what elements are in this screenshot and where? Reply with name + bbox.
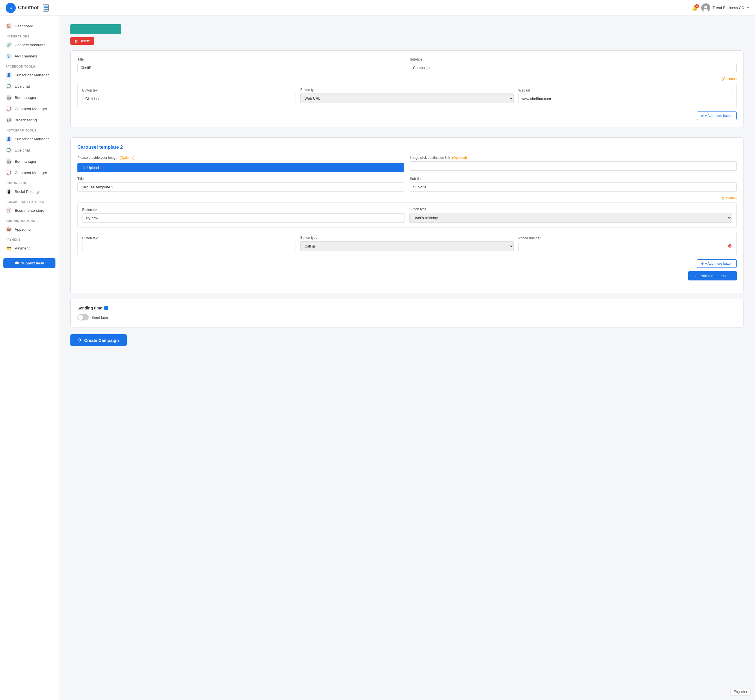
sidebar-label-ig-comment: Comment Manager [15, 170, 47, 175]
ig-comment-icon: 💭 [6, 170, 12, 176]
template2-btn2-text-group: Button text [82, 236, 296, 251]
template2-btn2-type-label: Button type [300, 236, 514, 240]
sidebar-item-api-channels[interactable]: 📡 API channels [0, 50, 59, 62]
template2-phone-input[interactable] [518, 242, 726, 251]
fb-livechat-icon: 💬 [6, 83, 12, 89]
user-menu[interactable]: Trend Business CO ▼ [701, 3, 749, 12]
create-campaign-area: ✈ Create Campaign [70, 334, 744, 346]
sidebar-item-ig-livechat[interactable]: 💬 Live chat [0, 144, 59, 156]
upload-button[interactable]: ⬆ Upload [77, 163, 404, 172]
navbar-right: 🔔 0 Trend Business CO ▼ [692, 3, 749, 12]
sidebar-label-broadcasting: Broadcasting [15, 118, 37, 122]
send-later-label: Send later [92, 316, 108, 320]
upload-icon: ⬆ [83, 166, 86, 170]
sidebar-label-api-channels: API channels [15, 54, 37, 58]
sidebar-label-social-posting: Social Posting [15, 189, 39, 194]
connect-icon: 🔗 [6, 42, 12, 48]
fb-comment-icon: 💭 [6, 106, 12, 112]
template1-btn-text-input[interactable] [82, 94, 296, 103]
add-more-template-button[interactable]: ⊕ + Add more template [688, 271, 737, 280]
template2-image-link-input[interactable] [410, 161, 737, 170]
sidebar-item-ig-botmanager[interactable]: 🤖 Bot manager [0, 156, 59, 167]
template1-web-url-input[interactable] [518, 94, 732, 103]
delete-button[interactable]: 🗑 Delete [70, 37, 94, 45]
section-separator [70, 133, 744, 133]
template2-phone-label: Phone number [518, 236, 732, 240]
template2-add-more-button[interactable]: ⊕ + Add more button [697, 259, 737, 268]
notification-button[interactable]: 🔔 0 [692, 5, 698, 11]
template2-title-label: Title [77, 177, 404, 181]
template1-subtitle-input[interactable] [410, 63, 737, 72]
sidebar-item-social-posting[interactable]: 📱 Social Posting [0, 186, 59, 197]
sidebar-label-ig-livechat: Live chat [15, 148, 30, 152]
template2-btn2-row: Button text Button type Web URL Call us … [82, 236, 732, 251]
sidebar-item-broadcasting[interactable]: 📢 Broadcasting [0, 114, 59, 126]
app-body: 🗑 Delete Title Sub-title (Optional) [0, 16, 755, 700]
sidebar-label-payment: Payment [15, 246, 30, 250]
template1-btn-text-label: Button text [82, 88, 296, 92]
template1-btn-type-select[interactable]: Web URL Call us User's birthday [300, 94, 514, 103]
template2-btn1-text-label: Button text [82, 208, 405, 212]
plus-icon-3: ⊕ [693, 274, 696, 278]
sidebar-item-ig-comment[interactable]: 💭 Comment Manager [0, 167, 59, 178]
template2-btn2-block: Button text Button type Web URL Call us … [77, 231, 737, 256]
svg-text:C: C [9, 6, 12, 9]
sidebar-item-appsumo[interactable]: 📦 Appsumo [0, 223, 59, 235]
template2-btn1-text-group: Button text [82, 208, 405, 223]
sidebar-item-dashboard[interactable]: 🏠 Dashboard [0, 20, 59, 31]
sidebar-item-fb-botmanager[interactable]: 🤖 Bot manager [0, 92, 59, 103]
sidebar-item-connect-accounts[interactable]: 🔗 Connect Accounts [0, 39, 59, 50]
template2-image-group: Please provide your image (Optional) ⬆ U… [77, 156, 404, 172]
template1-btn-type-group: Button type Web URL Call us User's birth… [300, 88, 514, 103]
sidebar-item-payment[interactable]: 💳 Payment [0, 242, 59, 254]
template2-phone-group: Phone number ⊗ [518, 236, 732, 251]
template1-title-input[interactable] [77, 63, 404, 72]
sidebar-item-fb-subscriber[interactable]: 👤 Subscriber Manager [0, 69, 59, 81]
template2-btn1-block: Button text Button type Web URL Call us … [77, 202, 737, 228]
sidebar-item-ig-subscriber[interactable]: 👤 Subscriber Manager [0, 133, 59, 144]
template2-image-row: Please provide your image (Optional) ⬆ U… [77, 156, 737, 172]
template1-btn-type-label: Button type [300, 88, 514, 92]
template2-btn2-type-select[interactable]: Web URL Call us User's birthday [300, 241, 514, 251]
logo-text: Cheifbot [18, 5, 39, 11]
broadcasting-icon: 📢 [6, 117, 12, 123]
sidebar-label-ig-botmanager: Bot manager [15, 159, 36, 164]
template2-btn1-type-select[interactable]: Web URL Call us User's birthday [409, 213, 732, 223]
send-later-toggle[interactable] [77, 314, 89, 320]
top-strip-area: 🗑 Delete [70, 24, 744, 45]
logo[interactable]: C Cheifbot [6, 3, 39, 13]
hamburger-button[interactable]: ☰ [43, 4, 49, 11]
template2-btn1-row: Button text Button type Web URL Call us … [82, 207, 732, 223]
section-label-ecommerce: ECOMMERCE FEATURES [0, 197, 59, 205]
image-click-optional-label: (Optional) [452, 156, 467, 159]
dashboard-icon: 🏠 [6, 23, 12, 29]
template2-title-input[interactable] [77, 183, 404, 192]
section-label-admin: ADMINISTRATIONS [0, 216, 59, 223]
teal-strip [70, 24, 121, 34]
sidebar-item-fb-livechat[interactable]: 💬 Live chat [0, 81, 59, 92]
template2-subtitle-input[interactable] [410, 183, 737, 192]
sidebar: 🏠 Dashboard INTEGRATIONS 🔗 Connect Accou… [0, 16, 59, 700]
toggle-knob [78, 315, 83, 320]
section-label-integrations: INTEGRATIONS [0, 31, 59, 39]
template2-optional-label: (Optional) [77, 196, 737, 200]
logo-icon: C [6, 3, 16, 13]
api-icon: 📡 [6, 53, 12, 59]
create-campaign-button[interactable]: ✈ Create Campaign [70, 334, 127, 346]
sidebar-item-fb-comment[interactable]: 💭 Comment Manager [0, 103, 59, 114]
user-avatar [701, 3, 710, 12]
sidebar-item-ecommerce[interactable]: 🛒 Ecommerce store [0, 205, 59, 216]
template2-btn1-text-input[interactable] [82, 213, 405, 223]
template1-btn-row: Button text Button type Web URL Call us … [82, 88, 732, 103]
sidebar-label-ig-subscriber: Subscriber Manager [15, 137, 49, 141]
language-selector[interactable]: English ▾ [730, 688, 750, 695]
support-desk-button[interactable]: 💬 Support desk [3, 258, 55, 268]
template1-add-more-button[interactable]: ⊕ + Add more button [697, 111, 737, 120]
template1-title-row: Title Sub-title [77, 58, 737, 72]
image-optional-label: (Optional) [119, 156, 134, 159]
ig-botmanager-icon: 🤖 [6, 158, 12, 164]
template1-card: Title Sub-title (Optional) Button text B [70, 50, 744, 127]
template2-image-link-label: Image click destination link (Optional) [410, 156, 737, 159]
template2-btn2-text-input[interactable] [82, 242, 296, 251]
remove-phone-icon[interactable]: ⊗ [728, 243, 732, 251]
